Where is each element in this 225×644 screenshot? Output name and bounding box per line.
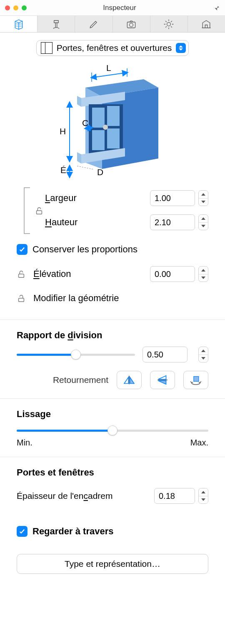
svg-text:L: L xyxy=(106,63,111,73)
svg-rect-22 xyxy=(19,274,24,277)
doors-section: Portes et fenêtres Épaisseur de l'encadr… xyxy=(0,467,225,583)
height-stepper[interactable] xyxy=(198,214,208,230)
svg-rect-5 xyxy=(107,106,120,126)
flip-horizontal-button[interactable] xyxy=(117,371,142,389)
svg-line-20 xyxy=(77,166,94,169)
height-input[interactable] xyxy=(150,214,195,230)
dimension-diagram: L H C É D xyxy=(0,60,225,186)
tab-edit[interactable] xyxy=(75,16,112,32)
keep-proportions-checkbox[interactable] xyxy=(17,244,28,255)
smoothing-min-label: Min. xyxy=(17,438,32,448)
svg-text:C: C xyxy=(82,118,88,128)
width-label: Largeur xyxy=(45,193,150,204)
svg-point-2 xyxy=(167,22,171,26)
svg-rect-4 xyxy=(92,108,105,128)
division-input[interactable] xyxy=(142,347,188,362)
frame-thickness-input[interactable] xyxy=(154,488,195,504)
svg-text:D: D xyxy=(97,167,103,177)
type-representation-button[interactable]: Type et représentation… xyxy=(17,554,208,574)
smoothing-slider[interactable] xyxy=(17,425,208,435)
inspector-tabs xyxy=(0,16,225,33)
tab-building[interactable] xyxy=(188,16,225,32)
svg-point-1 xyxy=(130,23,133,27)
elevation-input[interactable] xyxy=(150,266,195,282)
object-type-selector[interactable]: Portes, fenêtres et ouvertures xyxy=(36,40,189,56)
elevation-label: Élévation xyxy=(33,269,150,279)
lock-aspect-icon[interactable] xyxy=(35,206,44,215)
width-stepper[interactable] xyxy=(198,190,208,206)
window-controls xyxy=(5,5,27,10)
frame-thickness-label: Épaisseur de l'encadrem xyxy=(17,491,154,501)
svg-rect-6 xyxy=(92,130,105,150)
tab-light[interactable] xyxy=(150,16,188,32)
titlebar: Inspecteur xyxy=(0,0,225,16)
elevation-stepper[interactable] xyxy=(198,266,208,282)
smoothing-max-label: Max. xyxy=(190,438,208,448)
smoothing-section: Lissage Min. Max. xyxy=(0,409,225,457)
division-slider[interactable] xyxy=(17,350,135,360)
tab-camera[interactable] xyxy=(113,16,150,32)
object-type-label: Portes, fenêtres et ouvertures xyxy=(57,43,172,53)
svg-rect-23 xyxy=(19,298,24,302)
tab-geometry[interactable] xyxy=(0,16,38,32)
svg-rect-7 xyxy=(107,128,120,148)
svg-rect-24 xyxy=(194,377,199,382)
tab-materials[interactable] xyxy=(38,16,75,32)
frame-thickness-stepper[interactable] xyxy=(198,488,208,504)
door-plan-icon xyxy=(41,42,52,54)
window-title: Inspecteur xyxy=(27,4,212,12)
keep-proportions-label: Conserver les proportions xyxy=(32,244,138,255)
chevron-updown-icon xyxy=(176,43,186,53)
svg-rect-21 xyxy=(37,211,42,214)
object-type-row: Portes, fenêtres et ouvertures xyxy=(0,33,225,60)
dimensions-section: Largeur Hauteur Conserver les proportion… xyxy=(0,186,225,320)
geometry-lock-icon[interactable] xyxy=(17,294,33,303)
see-through-checkbox[interactable] xyxy=(17,526,28,537)
modify-geometry-label[interactable]: Modifier la géométrie xyxy=(33,293,208,304)
division-section: Rapport de division Retournement xyxy=(0,330,225,399)
division-title: Rapport de division xyxy=(17,330,208,341)
doors-title: Portes et fenêtres xyxy=(17,467,208,478)
svg-text:H: H xyxy=(60,126,66,136)
elevation-lock-icon[interactable] xyxy=(17,269,33,279)
pin-icon[interactable] xyxy=(212,4,220,12)
flip-vertical-button[interactable] xyxy=(150,371,175,389)
svg-line-9 xyxy=(92,73,127,78)
close-window[interactable] xyxy=(5,5,10,10)
division-stepper[interactable] xyxy=(198,347,208,362)
smoothing-title: Lissage xyxy=(17,409,208,420)
minimize-window[interactable] xyxy=(13,5,18,10)
width-input[interactable] xyxy=(150,190,195,206)
flip-label: Retournement xyxy=(17,375,108,385)
rotate-button[interactable] xyxy=(183,371,208,389)
height-label: Hauteur xyxy=(45,217,150,228)
svg-text:É: É xyxy=(60,165,66,175)
zoom-window[interactable] xyxy=(22,5,27,10)
svg-point-8 xyxy=(103,125,108,130)
see-through-label: Regarder à travers xyxy=(32,526,113,537)
